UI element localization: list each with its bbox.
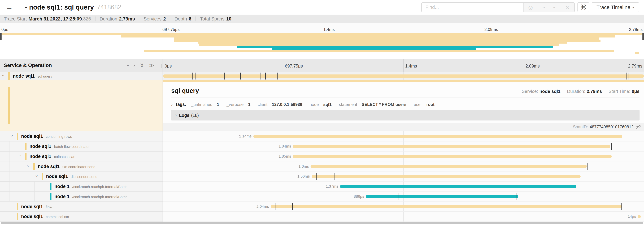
span-bar[interactable] bbox=[271, 205, 622, 208]
view-selector-button[interactable]: Trace Timeline › bbox=[592, 2, 639, 12]
column-resize-grip[interactable] bbox=[160, 64, 162, 68]
trace-minimap[interactable] bbox=[0, 33, 644, 54]
span-timeline-cell[interactable]: 1.84ms bbox=[163, 141, 644, 151]
minimap-row bbox=[0, 50, 644, 52]
span-name-cell[interactable]: ›node sql1colbatchscan bbox=[0, 151, 163, 162]
collapse-all-icon[interactable]: ≫ bbox=[139, 63, 145, 68]
divider bbox=[95, 17, 96, 21]
minimap-left-handle[interactable] bbox=[0, 33, 2, 40]
span-log-tick bbox=[626, 73, 626, 80]
span-row[interactable]: ›node sql1txn coordinator send1.6ms bbox=[0, 161, 644, 171]
span-row[interactable]: ›node sql1colbatchscan1.85ms bbox=[0, 151, 644, 162]
collapse-one-icon[interactable]: › bbox=[125, 65, 131, 66]
tag-item: statement=SELECT * FROM users bbox=[335, 102, 410, 107]
minimap-right-handle[interactable] bbox=[642, 33, 644, 40]
divider bbox=[139, 17, 139, 21]
find-next-icon[interactable]: › bbox=[551, 6, 558, 8]
find-box: ◎ › › ✕ bbox=[421, 2, 575, 12]
span-name-cell[interactable]: node sql1batch flow coordinator bbox=[0, 141, 163, 151]
span-name-cell[interactable]: ›node sql1consuming rows bbox=[0, 131, 163, 141]
span-timeline-cell[interactable]: 1.6ms bbox=[163, 161, 644, 171]
span-name-cell[interactable]: ›node sql1sql query bbox=[0, 72, 163, 80]
tags-row[interactable]: › Tags: _unfinished=1_verbose=1client=12… bbox=[171, 102, 640, 107]
duration-label: Duration bbox=[100, 16, 117, 22]
span-name-cell[interactable]: node 1/cockroach.roachpb.Internal/Batch bbox=[0, 192, 163, 202]
span-row[interactable]: node 1/cockroach.roachpb.Internal/Batch8… bbox=[0, 192, 644, 202]
span-row[interactable]: node sql1flow2.04ms bbox=[0, 201, 644, 211]
logs-row[interactable]: › Logs (18) bbox=[171, 110, 640, 120]
span-name-cell[interactable]: node 1/cockroach.roachpb.Internal/Batch bbox=[0, 181, 163, 192]
span-bar[interactable] bbox=[366, 195, 518, 198]
minimap-span-bar bbox=[635, 52, 639, 54]
tree-chevron-icon[interactable]: › bbox=[18, 155, 23, 157]
span-log-tick bbox=[186, 73, 186, 80]
tag-value: SELECT * FROM users bbox=[362, 102, 406, 107]
minimap-span-bar bbox=[272, 48, 476, 50]
tree-chevron-icon[interactable]: › bbox=[26, 165, 31, 167]
span-timeline-cell[interactable] bbox=[163, 72, 644, 80]
trace-title-chevron-icon[interactable]: › bbox=[23, 6, 30, 8]
locate-icon[interactable]: ◎ bbox=[528, 4, 533, 11]
span-bar[interactable] bbox=[163, 75, 644, 78]
span-timeline-cell[interactable]: 886μs bbox=[163, 192, 644, 202]
tag-equals: = bbox=[357, 102, 362, 107]
duration-value: 2.79ms bbox=[119, 16, 135, 22]
span-bar[interactable] bbox=[310, 165, 587, 168]
span-service-name: node sql1 bbox=[21, 214, 43, 219]
span-row[interactable]: ›node sql1sql query bbox=[0, 72, 644, 80]
span-service-name: node 1 bbox=[54, 194, 70, 199]
span-row[interactable]: node 1/cockroach.roachpb.Internal/Batch1… bbox=[0, 181, 644, 192]
span-row[interactable]: node sql1commit sql txn14μs bbox=[0, 211, 644, 222]
span-bar[interactable] bbox=[293, 145, 610, 148]
span-timeline-cell[interactable]: 14μs bbox=[163, 211, 644, 222]
span-bar[interactable] bbox=[293, 155, 612, 158]
span-detail-stats: Service: node sql1 Duration: 2.79ms Star… bbox=[522, 89, 640, 94]
span-bar[interactable] bbox=[253, 135, 622, 138]
span-id-bar: SpanID: 4877749850101760812 bbox=[163, 123, 644, 131]
span-bar[interactable] bbox=[340, 185, 576, 188]
tree-indent-guide bbox=[34, 181, 35, 191]
tree-indent-guide bbox=[10, 151, 10, 161]
span-timeline-cell[interactable]: 2.04ms bbox=[163, 201, 644, 211]
span-row[interactable]: node sql1batch flow coordinator1.84ms bbox=[0, 141, 644, 151]
expand-one-icon[interactable]: › bbox=[134, 63, 135, 68]
tag-value: 1 bbox=[248, 102, 250, 107]
span-color-accent bbox=[25, 143, 26, 150]
span-name-cell[interactable]: node sql1flow bbox=[0, 201, 163, 211]
find-clear-icon[interactable]: ✕ bbox=[565, 4, 570, 11]
expand-all-icon[interactable]: ≫ bbox=[149, 63, 154, 68]
start-time-value: 0μs bbox=[632, 89, 640, 94]
tree-indent-guide bbox=[10, 192, 10, 201]
tag-key: _verbose bbox=[226, 102, 244, 107]
span-timeline-cell[interactable]: 1.37ms bbox=[163, 181, 644, 192]
span-bar[interactable] bbox=[638, 215, 641, 218]
tree-indent-guide bbox=[10, 171, 10, 181]
span-detail-row: sql query Service: node sql1 Duration: 2… bbox=[0, 80, 644, 131]
span-log-tick bbox=[513, 193, 513, 200]
span-timeline-cell[interactable]: 2.14ms bbox=[163, 131, 644, 141]
span-name-cell[interactable]: ›node sql1txn coordinator send bbox=[0, 161, 163, 171]
span-color-accent bbox=[17, 213, 18, 220]
find-input[interactable] bbox=[422, 3, 523, 12]
minimap-row bbox=[0, 40, 644, 42]
span-bar[interactable] bbox=[312, 175, 580, 178]
span-name-cell[interactable]: ›node sql1dist sender send bbox=[0, 171, 163, 181]
span-row[interactable]: ›node sql1dist sender send1.56ms bbox=[0, 171, 644, 181]
tags-label: Tags: bbox=[175, 102, 186, 107]
span-timeline-cell[interactable]: 1.85ms bbox=[163, 151, 644, 162]
span-timeline-cell[interactable]: 1.56ms bbox=[163, 171, 644, 181]
span-name-cell[interactable]: node sql1commit sql txn bbox=[0, 211, 163, 222]
shortcuts-button[interactable]: ⌘ bbox=[578, 2, 589, 12]
tree-chevron-icon[interactable]: › bbox=[34, 175, 40, 177]
header-controls: ◎ › › ✕ ⌘ Trace Timeline › bbox=[421, 2, 639, 12]
horizontal-scrollbar[interactable] bbox=[1, 222, 643, 224]
span-row[interactable]: ›node sql1consuming rows2.14ms bbox=[0, 131, 644, 141]
tree-indent-guide bbox=[34, 192, 35, 201]
tree-chevron-icon[interactable]: › bbox=[1, 75, 6, 76]
link-icon[interactable] bbox=[636, 124, 640, 129]
back-button[interactable]: ← bbox=[0, 0, 19, 15]
duration-label: Duration: bbox=[567, 89, 586, 94]
span-operation-name: flow bbox=[46, 205, 52, 209]
find-prev-icon[interactable]: › bbox=[540, 6, 546, 8]
tree-chevron-icon[interactable]: › bbox=[9, 135, 14, 137]
